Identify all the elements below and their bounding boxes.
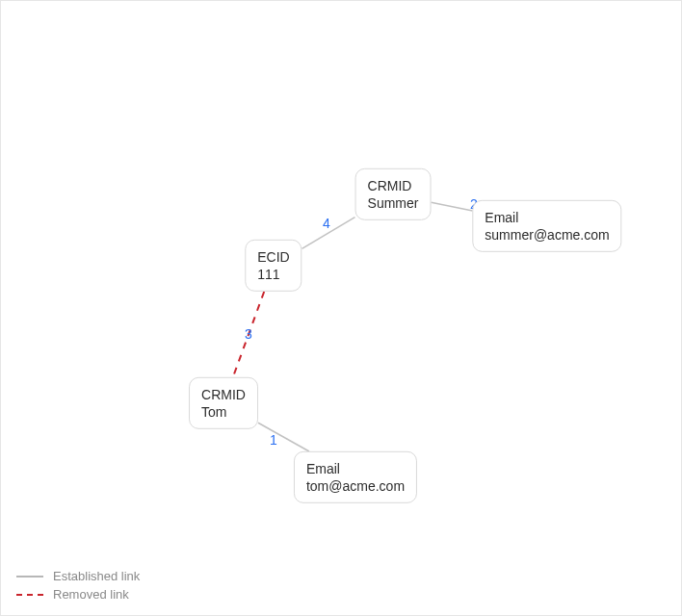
node-value: 111 — [257, 266, 289, 283]
node-value: Tom — [201, 403, 246, 421]
node-crmid-tom: CRMID Tom — [189, 377, 258, 429]
edge-established — [258, 423, 309, 451]
node-type: Email — [485, 209, 609, 226]
legend-label: Removed link — [53, 587, 129, 602]
node-value: summer@acme.com — [485, 226, 609, 244]
edge-label: 4 — [323, 216, 330, 231]
node-type: Email — [306, 460, 405, 477]
node-ecid: ECID 111 — [245, 240, 302, 292]
node-type: CRMID — [201, 386, 246, 403]
diagram-frame: 2431 ECID 111 CRMID Summer Email summer@… — [0, 0, 682, 616]
legend-swatch-removed-icon — [16, 594, 43, 596]
legend-row-established: Established link — [16, 569, 140, 583]
edge-label: 3 — [245, 326, 252, 342]
graph-edges: 2431 — [1, 1, 681, 615]
edge-label: 1 — [270, 432, 277, 448]
node-email-tom: Email tom@acme.com — [294, 451, 417, 503]
edge-established — [432, 202, 473, 211]
legend-label: Established link — [53, 569, 140, 583]
node-value: tom@acme.com — [306, 477, 405, 495]
node-type: CRMID — [368, 177, 419, 194]
node-email-summer: Email summer@acme.com — [472, 200, 621, 252]
legend: Established link Removed link — [16, 565, 140, 602]
node-value: Summer — [368, 194, 419, 212]
legend-row-removed: Removed link — [16, 587, 140, 602]
node-type: ECID — [257, 248, 289, 266]
node-crmid-summer: CRMID Summer — [355, 168, 432, 220]
legend-swatch-established-icon — [16, 576, 43, 578]
